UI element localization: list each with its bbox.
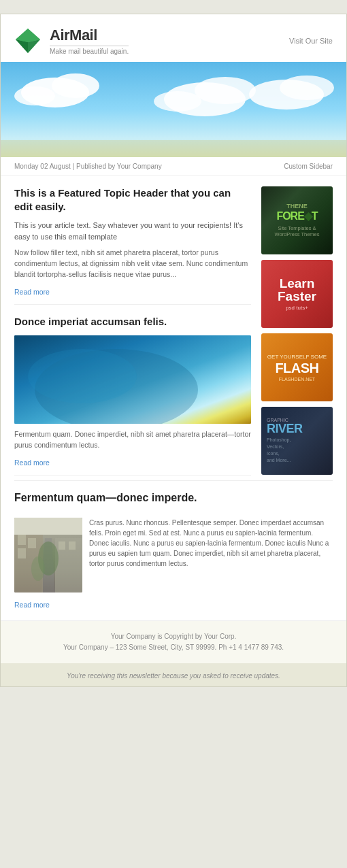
second-heading: Donce imperiat accumsan felis. [14,315,251,329]
forest-ad-subtitle: Site Templates &WordPress Themes [275,225,320,237]
flash-ad-subtitle: FLASHDEN.NET [279,377,315,382]
svg-point-16 [28,349,137,403]
flash-ad[interactable]: GET YOURSELF SOME FLASH FLASHDEN.NET [261,333,333,401]
main-content: This is a Featured Topic Header that you… [1,176,346,480]
forest-ad[interactable]: THENE FORE◆T Site Templates &WordPress T… [261,186,333,254]
meta-date-publisher: Monday 02 August | Published by Your Com… [14,163,162,170]
featured-article: This is a Featured Topic Header that you… [14,176,251,305]
second-article-image [14,335,251,424]
meta-publisher: Published by Your Company [76,163,162,170]
learn-ad[interactable]: LearnFaster psd tuts+ [261,260,333,328]
river-ad[interactable]: GRAPHIC RIVER Photoshop,Vectors,Icons,an… [261,407,333,475]
svg-rect-13 [1,140,346,157]
meta-date: Monday 02 August [14,163,71,170]
footer-copyright: Your Company is Copyright by Your Corp. [14,631,333,642]
svg-rect-25 [69,541,76,550]
featured-intro: This is your article text. Say whatever … [14,220,251,242]
svg-rect-26 [14,518,82,535]
third-article-text: Cras purus. Nunc rhoncus. Pellentesque s… [89,518,333,592]
svg-rect-20 [18,535,26,545]
svg-point-9 [195,77,256,104]
email-header: AirMail Make mail beautiful again. Visit… [1,14,346,62]
logo-title: AirMail [50,27,129,44]
bottom-notice-text: You're receiving this newsletter because… [67,672,280,680]
content-left: This is a Featured Topic Header that you… [14,176,251,480]
third-heading: Fermentum quam—donec imperde. [14,491,333,505]
logo-subtitle: Make mail beautiful again. [50,46,129,55]
email-footer: Your Company is Copyright by Your Corp. … [1,620,346,663]
logo-text-area: AirMail Make mail beautiful again. [50,27,129,55]
river-ad-title: RIVER [267,422,303,435]
svg-rect-21 [18,548,26,558]
logo-area: AirMail Make mail beautiful again. [14,27,129,55]
featured-read-more[interactable]: Read more [14,288,50,296]
svg-rect-24 [59,541,65,550]
learn-ad-subtitle: psd tuts+ [286,305,308,311]
svg-point-12 [280,76,334,100]
featured-heading: This is a Featured Topic Header that you… [14,186,251,213]
second-article: Donce imperiat accumsan felis. [14,305,251,475]
logo-icon [14,27,42,54]
footer-address: Your Company – 123 Some Street, City, ST… [14,642,333,653]
third-article-image [14,518,82,592]
flash-ad-title: FLASH [275,361,318,375]
featured-body: Now follow filler text, nibh sit amet ph… [14,248,251,280]
full-width-section: Fermentum quam—donec imperde. [1,480,346,620]
second-read-more[interactable]: Read more [14,458,50,467]
meta-bar: Monday 02 August | Published by Your Com… [1,157,346,176]
header-nav-link[interactable]: Visit Our Site [289,37,333,45]
svg-point-28 [31,556,45,581]
third-body: Cras purus. Nunc rhoncus. Pellentesque s… [89,518,333,569]
svg-marker-1 [16,29,40,42]
svg-rect-22 [28,538,36,548]
third-article-inner: Cras purus. Nunc rhoncus. Pellentesque s… [14,518,333,592]
river-ad-subtitle: Photoshop,Vectors,Icons,and More... [267,437,291,463]
pool-svg [14,335,251,424]
hero-svg [1,62,346,157]
third-article: Fermentum quam—donec imperde. [14,480,333,620]
third-read-more[interactable]: Read more [14,601,50,609]
learn-ad-title: LearnFaster [278,277,316,303]
bottom-notice: You're receiving this newsletter because… [1,663,346,686]
forest-ad-title: THENE FORE◆T [276,203,317,222]
hero-image [1,62,346,157]
svg-point-7 [14,86,55,105]
flash-ad-pre: GET YOURSELF SOME [267,354,327,360]
svg-point-10 [154,91,201,112]
second-body: Fermentum quam. Donec imperdiet, nibh si… [14,429,251,451]
sidebar-right: THENE FORE◆T Site Templates &WordPress T… [261,176,333,480]
svg-point-6 [52,73,99,98]
meta-sidebar-label: Custom Sidebar [284,163,333,170]
street-svg [14,518,82,592]
